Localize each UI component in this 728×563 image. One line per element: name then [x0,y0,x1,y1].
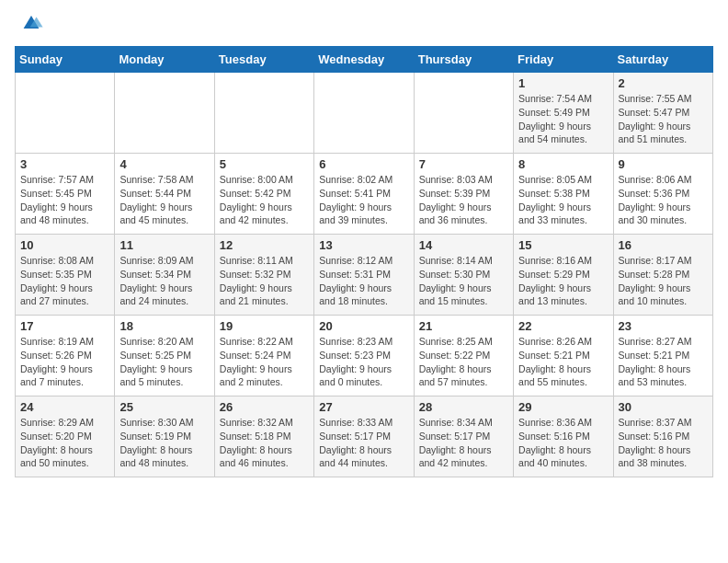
day-number: 24 [20,400,109,414]
calendar-cell [414,73,513,154]
weekday-header-wednesday: Wednesday [314,47,414,73]
calendar-table: SundayMondayTuesdayWednesdayThursdayFrid… [15,46,713,477]
day-info: Sunrise: 8:05 AM Sunset: 5:38 PM Dayligh… [518,173,608,227]
day-number: 8 [518,157,608,171]
calendar-cell: 11Sunrise: 8:09 AM Sunset: 5:34 PM Dayli… [115,235,214,316]
calendar-cell: 16Sunrise: 8:17 AM Sunset: 5:28 PM Dayli… [613,235,712,316]
calendar-cell: 22Sunrise: 8:26 AM Sunset: 5:21 PM Dayli… [514,316,613,396]
calendar-cell [16,73,115,154]
calendar-cell: 4Sunrise: 7:58 AM Sunset: 5:44 PM Daylig… [115,154,214,235]
day-info: Sunrise: 7:57 AM Sunset: 5:45 PM Dayligh… [20,173,109,227]
day-number: 13 [319,238,408,252]
day-info: Sunrise: 8:00 AM Sunset: 5:42 PM Dayligh… [220,173,309,227]
day-number: 27 [319,400,408,414]
calendar-cell: 18Sunrise: 8:20 AM Sunset: 5:25 PM Dayli… [115,316,214,396]
logo-icon [18,9,44,35]
weekday-header-saturday: Saturday [613,47,712,73]
calendar-cell: 30Sunrise: 8:37 AM Sunset: 5:16 PM Dayli… [613,396,712,477]
day-info: Sunrise: 8:08 AM Sunset: 5:35 PM Dayligh… [20,254,109,308]
day-number: 26 [220,400,309,414]
day-info: Sunrise: 8:23 AM Sunset: 5:23 PM Dayligh… [319,335,408,389]
day-info: Sunrise: 8:06 AM Sunset: 5:36 PM Dayligh… [619,173,708,227]
calendar-cell: 8Sunrise: 8:05 AM Sunset: 5:38 PM Daylig… [514,154,613,235]
calendar-cell: 19Sunrise: 8:22 AM Sunset: 5:24 PM Dayli… [214,316,313,396]
day-info: Sunrise: 8:02 AM Sunset: 5:41 PM Dayligh… [319,173,408,227]
day-info: Sunrise: 8:17 AM Sunset: 5:28 PM Dayligh… [619,254,708,308]
day-info: Sunrise: 8:37 AM Sunset: 5:16 PM Dayligh… [619,416,708,470]
calendar-cell: 9Sunrise: 8:06 AM Sunset: 5:36 PM Daylig… [613,154,712,235]
page-header [15,15,713,37]
weekday-header-thursday: Thursday [414,47,513,73]
day-number: 10 [20,238,109,252]
day-number: 1 [518,76,608,90]
day-number: 22 [518,319,608,333]
weekday-header-sunday: Sunday [16,47,115,73]
day-info: Sunrise: 8:36 AM Sunset: 5:16 PM Dayligh… [518,416,608,470]
calendar-cell: 23Sunrise: 8:27 AM Sunset: 5:21 PM Dayli… [613,316,712,396]
calendar-cell [214,73,313,154]
day-number: 15 [518,238,608,252]
calendar-cell: 13Sunrise: 8:12 AM Sunset: 5:31 PM Dayli… [314,235,414,316]
day-number: 25 [119,400,209,414]
day-number: 23 [619,319,708,333]
day-info: Sunrise: 8:14 AM Sunset: 5:30 PM Dayligh… [419,254,508,308]
day-info: Sunrise: 7:55 AM Sunset: 5:47 PM Dayligh… [619,92,708,146]
day-info: Sunrise: 8:30 AM Sunset: 5:19 PM Dayligh… [119,416,209,470]
day-info: Sunrise: 7:58 AM Sunset: 5:44 PM Dayligh… [119,173,209,227]
weekday-header-friday: Friday [514,47,613,73]
day-info: Sunrise: 8:32 AM Sunset: 5:18 PM Dayligh… [220,416,309,470]
day-info: Sunrise: 8:22 AM Sunset: 5:24 PM Dayligh… [220,335,309,389]
day-number: 17 [20,319,109,333]
day-number: 11 [119,238,209,252]
day-number: 5 [220,157,309,171]
day-number: 19 [220,319,309,333]
day-info: Sunrise: 8:19 AM Sunset: 5:26 PM Dayligh… [20,335,109,389]
calendar-cell: 6Sunrise: 8:02 AM Sunset: 5:41 PM Daylig… [314,154,414,235]
calendar-cell: 5Sunrise: 8:00 AM Sunset: 5:42 PM Daylig… [214,154,313,235]
day-info: Sunrise: 8:34 AM Sunset: 5:17 PM Dayligh… [419,416,508,470]
day-number: 29 [518,400,608,414]
calendar-cell: 29Sunrise: 8:36 AM Sunset: 5:16 PM Dayli… [514,396,613,477]
day-number: 2 [619,76,708,90]
calendar-cell: 25Sunrise: 8:30 AM Sunset: 5:19 PM Dayli… [115,396,214,477]
logo [15,15,44,37]
calendar-cell [314,73,414,154]
calendar-cell [115,73,214,154]
day-info: Sunrise: 8:20 AM Sunset: 5:25 PM Dayligh… [119,335,209,389]
day-number: 4 [119,157,209,171]
calendar-cell: 17Sunrise: 8:19 AM Sunset: 5:26 PM Dayli… [16,316,115,396]
day-number: 7 [419,157,508,171]
day-number: 12 [220,238,309,252]
day-info: Sunrise: 8:33 AM Sunset: 5:17 PM Dayligh… [319,416,408,470]
weekday-header-monday: Monday [115,47,214,73]
calendar-cell: 20Sunrise: 8:23 AM Sunset: 5:23 PM Dayli… [314,316,414,396]
day-info: Sunrise: 8:25 AM Sunset: 5:22 PM Dayligh… [419,335,508,389]
day-number: 14 [419,238,508,252]
calendar-cell: 14Sunrise: 8:14 AM Sunset: 5:30 PM Dayli… [414,235,513,316]
weekday-header-tuesday: Tuesday [214,47,313,73]
calendar-cell: 7Sunrise: 8:03 AM Sunset: 5:39 PM Daylig… [414,154,513,235]
day-number: 16 [619,238,708,252]
calendar-cell: 1Sunrise: 7:54 AM Sunset: 5:49 PM Daylig… [514,73,613,154]
day-number: 21 [419,319,508,333]
day-info: Sunrise: 8:09 AM Sunset: 5:34 PM Dayligh… [119,254,209,308]
calendar-cell: 15Sunrise: 8:16 AM Sunset: 5:29 PM Dayli… [514,235,613,316]
day-number: 3 [20,157,109,171]
day-number: 20 [319,319,408,333]
day-number: 9 [619,157,708,171]
day-info: Sunrise: 8:16 AM Sunset: 5:29 PM Dayligh… [518,254,608,308]
day-number: 28 [419,400,508,414]
calendar-cell: 28Sunrise: 8:34 AM Sunset: 5:17 PM Dayli… [414,396,513,477]
calendar-cell: 26Sunrise: 8:32 AM Sunset: 5:18 PM Dayli… [214,396,313,477]
day-number: 30 [619,400,708,414]
day-info: Sunrise: 7:54 AM Sunset: 5:49 PM Dayligh… [518,92,608,146]
day-info: Sunrise: 8:29 AM Sunset: 5:20 PM Dayligh… [20,416,109,470]
day-info: Sunrise: 8:27 AM Sunset: 5:21 PM Dayligh… [619,335,708,389]
day-number: 18 [119,319,209,333]
day-info: Sunrise: 8:12 AM Sunset: 5:31 PM Dayligh… [319,254,408,308]
day-number: 6 [319,157,408,171]
day-info: Sunrise: 8:26 AM Sunset: 5:21 PM Dayligh… [518,335,608,389]
calendar-cell: 27Sunrise: 8:33 AM Sunset: 5:17 PM Dayli… [314,396,414,477]
calendar-cell: 10Sunrise: 8:08 AM Sunset: 5:35 PM Dayli… [16,235,115,316]
day-info: Sunrise: 8:03 AM Sunset: 5:39 PM Dayligh… [419,173,508,227]
